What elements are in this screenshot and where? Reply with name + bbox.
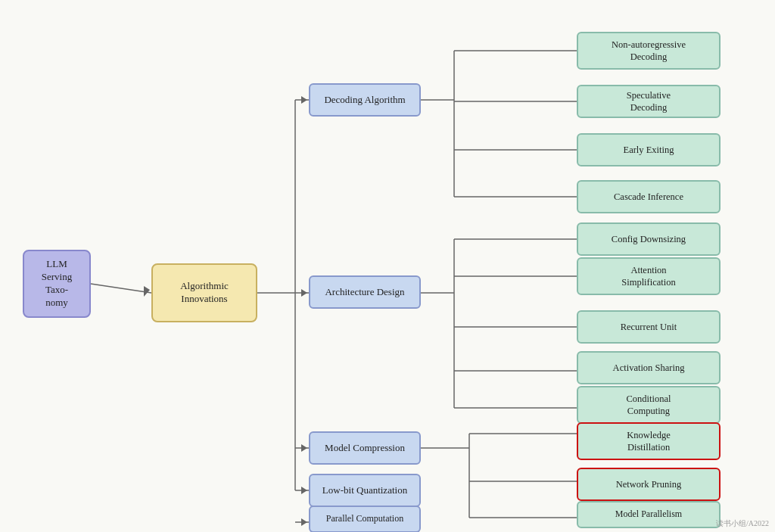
node-root-label: LLM Serving Taxo- nomy [42, 258, 72, 310]
node-knowledge-distillation: Knowledge Distillation [577, 422, 721, 460]
node-model-parallelism: Model Parallelism [577, 501, 721, 528]
node-parallel-label: Parallel Computation [326, 513, 403, 525]
node-network-pruning: Network Pruning [577, 468, 721, 501]
svg-marker-27 [301, 96, 307, 104]
node-config-downsizing: Config Downsizing [577, 222, 721, 256]
node-attn-label: Attention Simplification [621, 264, 676, 289]
node-root: LLM Serving Taxo- nomy [23, 250, 91, 318]
svg-line-0 [91, 284, 151, 293]
node-lowbit-quantization: Low-bit Quantization [309, 474, 421, 507]
node-early-label: Early Exiting [624, 144, 674, 156]
node-algo-innovations: Algorithmic Innovations [151, 263, 257, 322]
node-cascade-inference: Cascade Inference [577, 180, 721, 213]
node-conditional-label: Conditional Computing [626, 393, 671, 418]
node-early-exiting: Early Exiting [577, 133, 721, 166]
node-architecture-design: Architecture Design [309, 275, 421, 309]
node-recurrent-label: Recurrent Unit [621, 321, 677, 333]
node-activation-label: Activation Sharing [613, 362, 685, 374]
node-compress-label: Model Compression [325, 442, 405, 455]
node-algo-label: Algorithmic Innovations [180, 280, 229, 306]
svg-marker-30 [301, 487, 307, 494]
node-nar-label: Non-autoregressive Decoding [612, 39, 686, 64]
node-spec-label: Speculative Decoding [627, 89, 671, 114]
node-knowledge-label: Knowledge Distillation [627, 429, 671, 454]
diagram-container: LLM Serving Taxo- nomy Algorithmic Innov… [0, 0, 775, 532]
node-conditional-computing: Conditional Computing [577, 386, 721, 424]
node-cascade-label: Cascade Inference [614, 191, 683, 203]
node-attention-simplification: Attention Simplification [577, 257, 721, 295]
node-recurrent-unit: Recurrent Unit [577, 310, 721, 344]
node-nar-decoding: Non-autoregressive Decoding [577, 32, 721, 70]
node-decoding-algorithm: Decoding Algorithm [309, 83, 421, 117]
node-model-par-label: Model Parallelism [615, 509, 682, 521]
node-activation-sharing: Activation Sharing [577, 351, 721, 384]
node-decoding-label: Decoding Algorithm [324, 94, 405, 107]
svg-marker-31 [301, 518, 307, 526]
svg-marker-28 [301, 289, 307, 297]
svg-marker-29 [301, 444, 307, 452]
node-arch-label: Architecture Design [325, 286, 404, 299]
node-model-compression: Model Compression [309, 431, 421, 465]
watermark: 读书小组/A2022 [716, 518, 769, 529]
node-config-label: Config Downsizing [612, 233, 686, 245]
node-pruning-label: Network Pruning [616, 478, 681, 490]
node-quantize-label: Low-bit Quantization [322, 484, 407, 497]
svg-marker-26 [144, 286, 150, 297]
node-speculative-decoding: Speculative Decoding [577, 85, 721, 118]
node-parallel-computation: Parallel Computation [309, 506, 421, 532]
